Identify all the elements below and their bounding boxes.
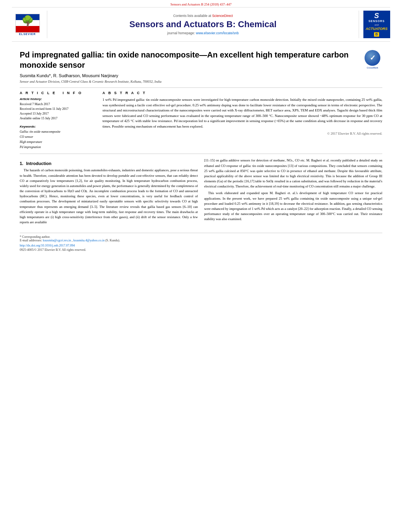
contents-line: Contents lists available at ScienceDirec… [51, 14, 355, 18]
journal-homepage: journal homepage: www.elsevier.com/locat… [51, 31, 355, 35]
keyword-1: Gallia: tin oxide nanocomposite [20, 130, 95, 135]
crossmark-circle: ✓ [365, 50, 380, 66]
copyright: © 2017 Elsevier B.V. All rights reserved… [102, 132, 382, 135]
elsevier-logo: 🌳 ELSEVIER [12, 11, 47, 38]
revised-date: Received in revised form 11 July 2017 [20, 107, 95, 111]
journal-center: Contents lists available at ScienceDirec… [51, 11, 355, 38]
authors: Susmita Kundu*, R. Sudharson, Mousumi Na… [20, 73, 382, 78]
keywords-label: Keywords: [20, 125, 95, 128]
keyword-2: CO sensor [20, 135, 95, 140]
abstract-text: 1 wt% Pd impregnated gallia: tin oxide n… [102, 97, 382, 129]
journal-citation: Sensors and Actuators B 254 (2018) 437–4… [0, 0, 402, 7]
email-suffix: (S. Kundu). [105, 239, 120, 242]
received-date: Received 7 March 2017 [20, 102, 95, 107]
intro-para3: This work elaborated and expanded upon M… [204, 191, 382, 222]
divider-2 [20, 154, 382, 154]
journal-title: Sensors and Actuators B: Chemical [51, 19, 355, 30]
keyword-4: Pd impregnation [20, 145, 95, 150]
accepted-date: Accepted 13 July 2017 [20, 111, 95, 116]
crossmark: ✓ CrossMark [363, 50, 382, 69]
body-columns: 1. Introduction The hazards of carbon mo… [20, 158, 382, 225]
right-column: [11–15] on gallia additive sensors for d… [204, 158, 382, 225]
keywords-list: Gallia: tin oxide nanocomposite CO senso… [20, 130, 95, 150]
homepage-link[interactable]: www.elsevier.com/locate/snb [196, 31, 239, 35]
issn-line: 0925-4005/© 2017 Elsevier B.V. All right… [20, 248, 382, 252]
abstract-col: A B S T R A C T 1 wt% Pd impregnated gal… [102, 91, 382, 150]
article-content: Pd impregnated gallia: tin oxide nanocom… [0, 42, 402, 256]
article-title: Pd impregnated gallia: tin oxide nanocom… [20, 50, 382, 70]
intro-para1: The hazards of carbon monoxide poisoning… [20, 168, 198, 225]
intro-heading: 1. Introduction [20, 161, 198, 166]
available-date: Available online 15 July 2017 [20, 116, 95, 121]
sciencedirect-link[interactable]: ScienceDirect [212, 14, 233, 18]
sensors-logo-box: S SENSORS and ACTUATORS B [363, 11, 390, 38]
doi-link[interactable]: http://dx.doi.org/10.1016/j.snb.2017.07.… [20, 244, 75, 247]
email2-link[interactable]: ksusmita.4@yahoo.co.in [73, 239, 104, 242]
email1-link[interactable]: ksusmita@cgcri.res.in [43, 239, 71, 242]
intro-para2: [11–15] on gallia additive sensors for d… [204, 158, 382, 189]
sensors-logo-area: S SENSORS and ACTUATORS B [359, 11, 390, 38]
divider [20, 87, 382, 88]
email-note: E-mail addresses: ksusmita@cgcri.res.in … [20, 239, 382, 242]
abstract-label: A B S T R A C T [102, 91, 382, 95]
left-column: 1. Introduction The hazards of carbon mo… [20, 158, 198, 225]
info-abstract-row: A R T I C L E I N F O Article history: R… [20, 91, 382, 150]
elsevier-label: ELSEVIER [15, 33, 40, 35]
corresponding-note: * Corresponding author. [20, 235, 382, 239]
affiliation: Sensor and Actuator Division, CSIR-Centr… [20, 80, 382, 83]
keyword-3: High temperature [20, 140, 95, 145]
footnote-area: * Corresponding author. E-mail addresses… [20, 233, 382, 252]
article-info: A R T I C L E I N F O Article history: R… [20, 91, 95, 150]
article-info-label: A R T I C L E I N F O [20, 91, 95, 95]
journal-header: 🌳 ELSEVIER Contents lists available at S… [12, 7, 390, 42]
history-label: Article history: [20, 97, 95, 101]
doi-top-text: Sensors and Actuators B 254 (2018) 437–4… [171, 2, 232, 6]
